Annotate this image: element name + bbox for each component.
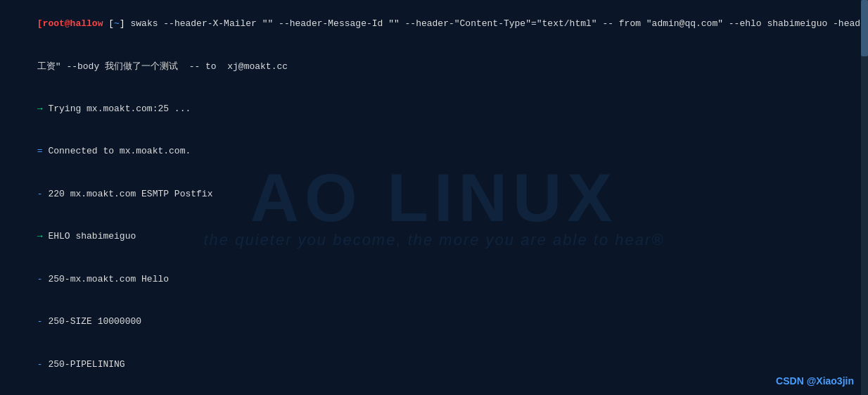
terminal-content: [root@hallow [~] swaks --header-X-Mailer… [4, 3, 864, 395]
scrollbar[interactable] [861, 0, 868, 395]
cmd-line-2: 工资" --body 我们做了一个测试 -- to xj@moakt.cc [4, 45, 864, 87]
line-ehlo: → EHLO shabimeiguo [4, 215, 864, 258]
scrollbar-thumb[interactable] [861, 0, 868, 56]
command-line: [root@hallow [~] swaks --header-X-Mailer… [4, 3, 864, 45]
prompt-user: [root@hallow [37, 18, 103, 29]
line-220: - 220 mx.moakt.com ESMTP Postfix [4, 173, 864, 215]
line-250-hello: - 250-mx.moakt.com Hello [4, 258, 864, 301]
terminal: AO LINUX the quieter you become, the mor… [0, 0, 868, 395]
line-250-size: - 250-SIZE 10000000 [4, 301, 864, 343]
line-trying: → Trying mx.moakt.com:25 ... [4, 88, 864, 130]
cmd-text: swaks --header-X-Mailer "" --header-Mess… [125, 18, 868, 29]
prompt-dir: ~ [114, 18, 120, 29]
prompt-bracket: [ [103, 18, 114, 29]
prompt-bracket2: ] [120, 18, 125, 29]
line-250-pipeline: - 250-PIPELINING [4, 343, 864, 385]
line-connected: = Connected to mx.moakt.com. [4, 130, 864, 173]
line-250-starttls: - 250-STARTTLS [4, 386, 864, 395]
